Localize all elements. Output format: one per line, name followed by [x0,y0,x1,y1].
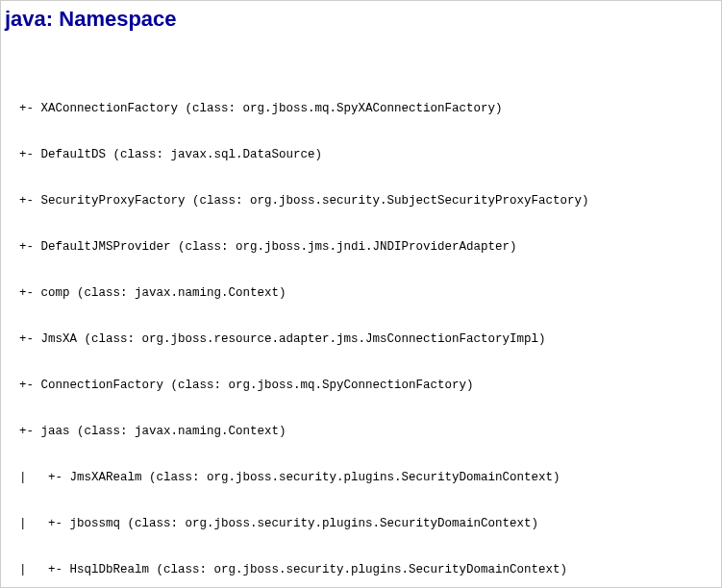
tree-line: | +- HsqlDbRealm (class: org.jboss.secur… [5,562,717,577]
tree-line: | +- jbossmq (class: org.jboss.security.… [5,516,717,531]
tree-line: +- SecurityProxyFactory (class: org.jbos… [5,193,717,208]
tree-line: +- jaas (class: javax.naming.Context) [5,424,717,439]
tree-line: +- XAConnectionFactory (class: org.jboss… [5,101,717,116]
tree-line: +- comp (class: javax.naming.Context) [5,285,717,301]
java-namespace-heading: java: Namespace [5,7,717,32]
tree-line: +- ConnectionFactory (class: org.jboss.m… [5,378,717,393]
tree-line: +- DefaultDS (class: javax.sql.DataSourc… [5,147,717,162]
java-namespace-tree: +- XAConnectionFactory (class: org.jboss… [5,70,717,588]
tree-line: | +- JmsXARealm (class: org.jboss.securi… [5,470,717,485]
document-content: java: Namespace +- XAConnectionFactory (… [1,1,721,588]
tree-line: +- JmsXA (class: org.jboss.resource.adap… [5,331,717,347]
tree-line: +- DefaultJMSProvider (class: org.jboss.… [5,239,717,255]
